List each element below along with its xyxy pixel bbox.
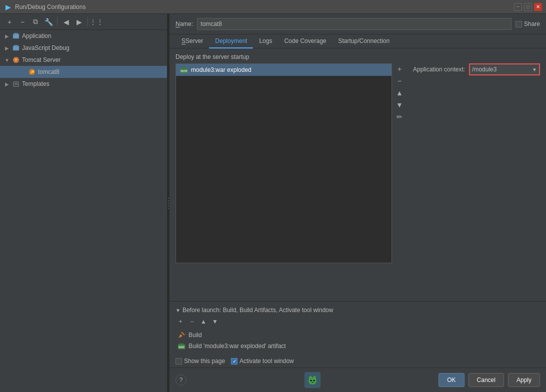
arrow-right-button[interactable]: ▶ xyxy=(74,16,84,27)
app-context-value: /module3 xyxy=(472,66,530,73)
bl-down-button[interactable]: ▼ xyxy=(210,317,220,327)
artifact-name: module3:war exploded xyxy=(191,66,252,73)
ok-button[interactable]: OK xyxy=(438,373,464,387)
artifact-add-button[interactable]: + xyxy=(394,63,405,74)
build-artifact-icon: WAR xyxy=(178,342,186,350)
add-config-button[interactable]: + xyxy=(4,16,15,27)
before-launch-header: ▼ Before launch: Build, Build Artifacts,… xyxy=(176,307,540,314)
bottom-options: Show this page ✓ Activate tool window xyxy=(170,355,546,368)
show-page-checkbox[interactable] xyxy=(176,358,182,365)
dialog-window: ▶ Run/Debug Configurations − □ ✕ + − ⧉ 🔧… xyxy=(0,0,546,392)
artifact-up-button[interactable]: ▲ xyxy=(394,87,405,98)
bl-remove-button[interactable]: − xyxy=(187,317,197,327)
icon-tomcat: T xyxy=(12,56,20,64)
cancel-button[interactable]: Cancel xyxy=(468,373,504,387)
name-input[interactable] xyxy=(197,18,512,30)
tab-startup-connection[interactable]: Startup/Connection xyxy=(332,34,396,48)
tab-server[interactable]: SServer xyxy=(176,34,209,48)
arrow-tomcat: ▼ xyxy=(4,57,10,63)
before-launch-title: Before launch: Build, Build Artifacts, A… xyxy=(182,307,334,314)
tree-item-tomcat8[interactable]: 🔑 tomcat8 xyxy=(0,66,167,78)
window-controls: − □ ✕ xyxy=(514,3,542,11)
svg-point-21 xyxy=(314,380,315,382)
apply-button[interactable]: Apply xyxy=(508,373,540,387)
app-context-label: Application context: xyxy=(413,66,465,73)
name-row: Name: Share xyxy=(170,14,546,34)
share-label: Share xyxy=(524,20,540,27)
tab-deployment[interactable]: Deployment xyxy=(209,34,253,48)
activate-tool-option: ✓ Activate tool window xyxy=(231,358,294,365)
svg-point-20 xyxy=(310,380,312,382)
plugin-widget[interactable] xyxy=(304,372,320,388)
left-panel: + − ⧉ 🔧 ◀ ▶ ⋮⋮ ▶ xyxy=(0,14,168,392)
tab-logs[interactable]: Logs xyxy=(253,34,278,48)
tree-item-tomcat-server[interactable]: ▼ T Tomcat Server xyxy=(0,54,167,66)
svg-text:WAR: WAR xyxy=(180,69,188,72)
svg-rect-0 xyxy=(13,34,19,38)
left-toolbar: + − ⧉ 🔧 ◀ ▶ ⋮⋮ xyxy=(0,14,167,30)
build-icon xyxy=(178,331,186,339)
launch-items: Build WAR Build 'module3:war exploded' a xyxy=(176,330,540,352)
sort-button[interactable]: ⋮⋮ xyxy=(91,16,102,27)
remove-config-button[interactable]: − xyxy=(17,16,28,27)
artifact-list: WAR module3:war exploded xyxy=(176,63,392,263)
close-button[interactable]: ✕ xyxy=(534,3,542,11)
spacer xyxy=(170,263,546,301)
artifact-side-buttons: + − ▲ ▼ ✏ xyxy=(394,63,405,263)
svg-rect-1 xyxy=(14,33,18,34)
arrow-application: ▶ xyxy=(4,33,10,39)
svg-text:T: T xyxy=(15,58,18,62)
launch-build-artifact-text: Build 'module3:war exploded' artifact xyxy=(188,343,286,350)
show-page-label: Show this page xyxy=(184,358,225,365)
dropdown-arrow-icon: ▼ xyxy=(532,67,537,72)
footer: ? OK Cancel Apply xyxy=(170,368,546,392)
tabs-bar: SServer Deployment Logs Code Coverage St… xyxy=(170,34,546,48)
show-page-option: Show this page xyxy=(176,358,225,365)
tab-code-coverage[interactable]: Code Coverage xyxy=(278,34,332,48)
svg-line-13 xyxy=(182,332,184,335)
activate-tool-checkbox[interactable]: ✓ xyxy=(231,358,238,365)
before-launch-collapse-icon[interactable]: ▼ xyxy=(176,308,180,313)
maximize-button[interactable]: □ xyxy=(524,3,532,11)
tab-content-deployment: Deploy at the server startup xyxy=(170,48,546,368)
minimize-button[interactable]: − xyxy=(514,3,522,11)
launch-item-build-artifact: WAR Build 'module3:war exploded' artifac… xyxy=(176,341,540,352)
tree-item-application[interactable]: ▶ Application xyxy=(0,30,167,42)
arrow-left-button[interactable]: ◀ xyxy=(60,16,72,27)
copy-config-button[interactable]: ⧉ xyxy=(30,16,41,27)
app-context-row: Application context: /module3 ▼ xyxy=(413,63,540,75)
config-tree: ▶ Application ▶ xyxy=(0,30,167,90)
artifact-edit-button[interactable]: ✏ xyxy=(394,111,405,122)
svg-rect-3 xyxy=(14,45,18,46)
svg-text:WAR: WAR xyxy=(178,346,184,349)
bl-add-button[interactable]: + xyxy=(176,317,186,327)
share-area: Share xyxy=(516,20,540,27)
before-launch-toolbar: + − ▲ ▼ xyxy=(176,317,540,327)
artifact-item-module3[interactable]: WAR module3:war exploded xyxy=(176,64,392,76)
share-checkbox[interactable] xyxy=(516,21,522,27)
icon-application xyxy=(12,32,20,40)
icon-js-debug xyxy=(12,44,20,52)
artifact-icon: WAR xyxy=(180,66,188,74)
activate-tool-label: Activate tool window xyxy=(240,358,294,365)
svg-point-19 xyxy=(313,376,316,380)
svg-rect-2 xyxy=(13,46,19,50)
help-button[interactable]: ? xyxy=(176,375,186,386)
title-bar: ▶ Run/Debug Configurations − □ ✕ xyxy=(0,0,546,14)
tree-item-javascript-debug[interactable]: ▶ JavaScript Debug xyxy=(0,42,167,54)
footer-left: ? xyxy=(176,375,186,386)
icon-templates xyxy=(12,80,20,88)
tree-item-templates[interactable]: ▶ Templates xyxy=(0,78,167,90)
label-application: Application xyxy=(22,32,52,39)
artifact-remove-button[interactable]: − xyxy=(394,75,405,86)
settings-button[interactable]: 🔧 xyxy=(43,16,54,27)
bl-up-button[interactable]: ▲ xyxy=(198,317,208,327)
app-context-dropdown[interactable]: /module3 ▼ xyxy=(469,63,540,75)
app-context-wrapper: Application context: /module3 ▼ xyxy=(405,63,540,263)
arrow-js-debug: ▶ xyxy=(4,45,10,51)
arrow-templates: ▶ xyxy=(4,81,10,87)
artifact-down-button[interactable]: ▼ xyxy=(394,99,405,110)
deploy-section-label: Deploy at the server startup xyxy=(170,48,546,63)
launch-build-text: Build xyxy=(188,332,202,339)
separator-1 xyxy=(57,17,58,26)
